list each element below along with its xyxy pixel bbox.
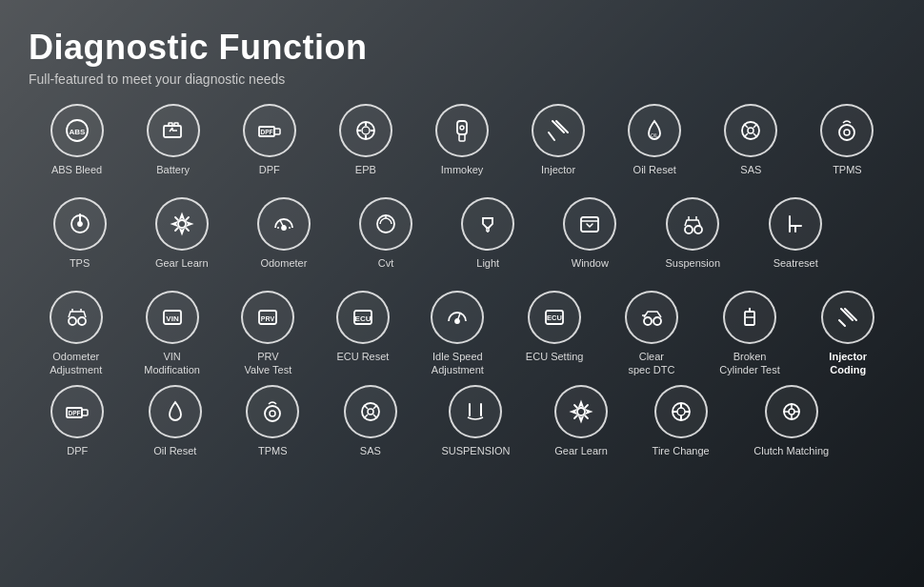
svg-point-73 (265, 406, 280, 421)
row-4: DPF DPF Oil Reset TPMS SAS (29, 385, 895, 471)
suspension2-icon (449, 385, 502, 438)
seatreset-icon (769, 197, 822, 251)
oil-reset2-item[interactable]: Oil Reset (149, 385, 202, 471)
tps-icon (53, 197, 107, 251)
odometer-item[interactable]: Odometer (257, 197, 311, 283)
gear-learn2-item[interactable]: Gear Learn (554, 385, 608, 471)
battery-label: Battery (156, 163, 190, 190)
svg-text:ECU: ECU (354, 314, 371, 323)
svg-rect-18 (459, 134, 465, 141)
svg-line-22 (549, 132, 554, 140)
light-label: Light (476, 256, 499, 283)
clear-dtc-label: Clearspec DTC (628, 350, 674, 377)
injector-coding-label: InjectorCoding (829, 350, 867, 377)
prv-item[interactable]: PRV PRVValve Test (241, 291, 294, 377)
tire-change-icon (654, 385, 708, 438)
dpf2-item[interactable]: DPF DPF (50, 385, 104, 471)
abs-bleed-item[interactable]: ABS ABS Bleed (50, 104, 104, 190)
svg-text:ECU: ECU (547, 314, 562, 322)
ecu-setting-item[interactable]: ECU ECU Setting (526, 291, 584, 377)
clear-dtc-item[interactable]: Clearspec DTC (625, 291, 678, 377)
cvt-item[interactable]: Cvt (359, 197, 412, 283)
svg-point-74 (270, 411, 275, 416)
cvt-label: Cvt (378, 256, 394, 283)
svg-rect-72 (82, 410, 88, 415)
svg-point-19 (460, 126, 464, 130)
abs-bleed-icon: ABS (50, 104, 104, 157)
vin-mod-item[interactable]: VIN VINModification (144, 291, 200, 377)
dpf-item[interactable]: DPF DPF (243, 104, 296, 190)
injector-coding-icon (821, 291, 874, 344)
gear-learn-icon (155, 197, 209, 251)
tps-item[interactable]: TPS (53, 197, 107, 283)
battery-item[interactable]: Battery (147, 104, 200, 190)
clutch-icon (765, 385, 818, 438)
gear-learn2-icon (554, 385, 608, 438)
svg-point-62 (653, 317, 661, 325)
svg-text:ABS: ABS (69, 128, 86, 136)
light-item[interactable]: Light (461, 197, 514, 283)
ecu-reset-label: ECU Reset (336, 350, 389, 376)
tpms2-item[interactable]: TPMS (246, 385, 299, 471)
svg-rect-41 (581, 217, 598, 232)
suspension-label: Suspension (666, 256, 721, 283)
clutch-label: Clutch Matching (753, 444, 829, 471)
tps-label: TPS (70, 256, 90, 283)
svg-text:VIN: VIN (166, 314, 179, 323)
tire-change-item[interactable]: Tire Change (653, 385, 710, 471)
window-label: Window (572, 256, 609, 283)
svg-point-47 (69, 317, 76, 325)
immokey-item[interactable]: Immokey (435, 104, 489, 190)
sas-label: SAS (740, 163, 761, 190)
odometer-label: Odometer (260, 256, 307, 283)
immokey-label: Immokey (441, 163, 484, 190)
sas2-item[interactable]: SAS (344, 385, 397, 471)
odometer-adj-label: OdometerAdjustment (50, 350, 102, 377)
svg-line-69 (839, 320, 845, 326)
injector-label: Injector (541, 163, 575, 190)
broken-cyl-item[interactable]: BrokenCylinder Test (719, 291, 779, 377)
svg-point-58 (455, 319, 459, 323)
svg-text:OIL: OIL (651, 132, 658, 138)
window-icon (563, 197, 616, 251)
idle-speed-item[interactable]: Idle SpeedAdjustment (431, 291, 484, 377)
ecu-setting-label: ECU Setting (526, 350, 584, 376)
injector-coding-item[interactable]: InjectorCoding (821, 291, 874, 377)
sas-item[interactable]: SAS (724, 104, 777, 190)
injector-icon (532, 104, 585, 157)
gear-learn-item[interactable]: Gear Learn (155, 197, 209, 283)
idle-speed-label: Idle SpeedAdjustment (432, 350, 484, 377)
prv-label: PRVValve Test (245, 350, 292, 377)
svg-text:DPF: DPF (260, 129, 272, 135)
seatreset-item[interactable]: Seatreset (769, 197, 822, 283)
row-1: ABS ABS Bleed Battery DPF DPF EPB (29, 104, 895, 190)
row-2: TPS Gear Learn Odometer Cvt (29, 197, 895, 283)
svg-point-79 (577, 408, 585, 415)
svg-point-33 (282, 226, 286, 230)
svg-point-81 (677, 408, 685, 415)
suspension2-label: SUSPENSION (441, 444, 510, 471)
svg-rect-4 (174, 123, 178, 126)
odometer-adj-icon (50, 291, 103, 344)
oil-reset2-label: Oil Reset (153, 444, 196, 471)
oil-reset-item[interactable]: OIL Oil Reset (628, 104, 681, 190)
odometer-adj-item[interactable]: OdometerAdjustment (50, 291, 103, 377)
clutch-item[interactable]: Clutch Matching (753, 385, 829, 471)
tpms-item[interactable]: TPMS (820, 104, 874, 190)
injector-item[interactable]: Injector (532, 104, 585, 190)
suspension2-item[interactable]: SUSPENSION (441, 385, 510, 471)
gear-learn-label: Gear Learn (155, 256, 209, 283)
tire-change-label: Tire Change (653, 444, 710, 471)
svg-text:DPF: DPF (69, 410, 81, 416)
epb-item[interactable]: EPB (339, 104, 392, 190)
svg-point-87 (789, 409, 794, 415)
suspension-item[interactable]: Suspension (666, 197, 721, 283)
svg-point-27 (844, 130, 850, 135)
immokey-icon (435, 104, 489, 157)
svg-point-25 (748, 128, 753, 133)
ecu-setting-icon: ECU (528, 291, 581, 344)
ecu-reset-item[interactable]: ECU ECU Reset (336, 291, 390, 377)
window-item[interactable]: Window (563, 197, 616, 283)
dpf2-label: DPF (67, 444, 88, 471)
svg-text:PRV: PRV (261, 315, 275, 322)
